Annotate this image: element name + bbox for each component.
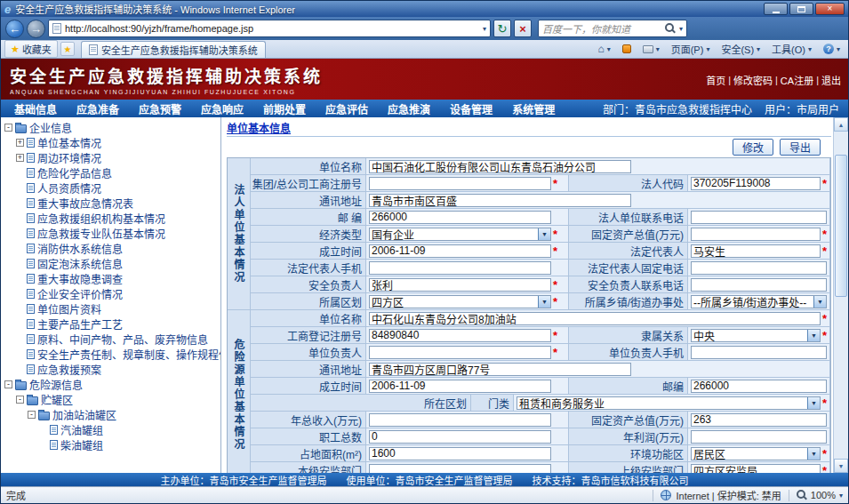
text-input[interactable]: 1600	[369, 447, 551, 460]
export-button[interactable]: 导出	[780, 139, 821, 156]
url-text[interactable]: http://localhost:90/yjzh/frame/homepage.…	[65, 23, 479, 34]
text-input[interactable]: 266000	[691, 380, 827, 393]
address-bar[interactable]: http://localhost:90/yjzh/frame/homepage.…	[48, 20, 491, 37]
tree-item[interactable]: 危险化学品信息	[3, 165, 220, 180]
text-input[interactable]	[691, 430, 827, 444]
tree-item[interactable]: 消防供水系统信息	[3, 241, 220, 256]
search-box[interactable]: 百度一下，你就知道 ▾	[538, 20, 687, 37]
tree-item[interactable]: +周边环境情况	[3, 150, 220, 165]
select-input[interactable]: 中央▼	[691, 329, 821, 342]
text-input[interactable]: 张利	[369, 278, 551, 292]
select-input[interactable]: 居民区▼	[691, 447, 821, 460]
tree-item[interactable]: 应急救援预案	[3, 362, 220, 377]
text-input[interactable]: 青岛市市南区百盛	[369, 194, 631, 207]
tree-item[interactable]: 主要产品生产工艺	[3, 316, 220, 332]
text-input[interactable]	[691, 278, 827, 292]
tree-item[interactable]: 人员资质情况	[3, 180, 220, 196]
vertical-scrollbar[interactable]: ▲ ▼	[833, 117, 848, 473]
select-input[interactable]: --所属乡镇/街道办事处--▼	[691, 295, 827, 308]
text-input[interactable]	[691, 228, 821, 241]
tree-item[interactable]: 重大事故应急情况表	[3, 196, 220, 211]
text-input[interactable]	[369, 346, 551, 359]
text-input[interactable]	[369, 261, 551, 275]
scrollbar-thumb[interactable]	[835, 155, 847, 297]
text-input[interactable]: 2006-11-09	[369, 244, 551, 258]
feeds-button[interactable]	[620, 44, 634, 54]
add-favorite-button[interactable]: ★	[60, 42, 75, 56]
tree-item[interactable]: -危险源信息	[3, 377, 220, 392]
banner-link-2[interactable]: 修改密码	[733, 73, 773, 87]
text-input[interactable]: 马安生	[691, 244, 821, 258]
browser-tab[interactable]: 安全生产应急救援指挥辅助决策系统	[81, 41, 266, 58]
modify-button[interactable]: 修改	[733, 139, 773, 156]
stop-button[interactable]: ×	[514, 20, 532, 37]
select-input[interactable]: 国有企业▼	[369, 228, 551, 241]
scrollbar-track[interactable]	[834, 132, 848, 459]
text-input[interactable]: 青岛市四方区周口路77号	[369, 363, 631, 376]
scroll-up-icon[interactable]: ▲	[834, 117, 848, 132]
nav-item-6[interactable]: 应急评估	[316, 101, 378, 116]
refresh-button[interactable]: ↻	[493, 20, 511, 37]
nav-item-3[interactable]: 应急预警	[129, 101, 191, 116]
close-button[interactable]: ×	[815, 3, 845, 15]
tree-item[interactable]: 应急救援专业队伍基本情况	[3, 226, 220, 241]
help-button[interactable]: ?▾	[821, 43, 843, 55]
collapse-icon[interactable]: -	[4, 380, 12, 388]
collapse-icon[interactable]: -	[16, 396, 24, 404]
text-input[interactable]	[691, 211, 827, 224]
menu-button-3[interactable]: 工具(O)▾	[769, 41, 814, 57]
nav-item-1[interactable]: 基础信息	[4, 101, 67, 116]
tree-item[interactable]: 原料、中间产物、产品、废弃物信息	[3, 332, 220, 347]
forward-button[interactable]: →	[27, 20, 45, 38]
tree-item[interactable]: 应急救援组织机构基本情况	[3, 211, 220, 226]
text-input[interactable]	[369, 413, 551, 427]
tree-item[interactable]: 安全生产责任制、规章制度、操作规程信息	[3, 347, 220, 362]
text-input[interactable]	[691, 261, 827, 275]
text-input[interactable]: 中石化山东青岛分公司8加油站	[369, 312, 821, 325]
expand-icon[interactable]: +	[16, 154, 24, 162]
text-input[interactable]: 263	[691, 413, 827, 427]
banner-link-1[interactable]: 首页	[706, 73, 725, 87]
collapse-icon[interactable]: -	[28, 411, 36, 419]
tree-item[interactable]: 重大事故隐患调查	[3, 271, 220, 286]
nav-item-9[interactable]: 系统管理	[502, 101, 565, 116]
nav-item-4[interactable]: 应急响应	[191, 101, 253, 116]
nav-item-8[interactable]: 设备管理	[440, 101, 502, 116]
tree-item[interactable]: 固定泡沫系统信息	[3, 256, 220, 271]
banner-link-4[interactable]: 退出	[821, 73, 841, 87]
text-input[interactable]: 中国石油化工股份有限公司山东青岛石油分公司	[369, 160, 631, 173]
banner-link-3[interactable]: CA注册	[781, 73, 813, 87]
tree-item[interactable]: +单位基本情况	[3, 135, 220, 150]
text-input[interactable]: 四方区安监局	[691, 464, 821, 474]
tree-item[interactable]: -贮罐区	[3, 392, 220, 407]
search-input[interactable]: 百度一下，你就知道	[542, 21, 661, 36]
text-input[interactable]: 370205F119008	[691, 177, 821, 190]
expand-icon[interactable]: +	[16, 139, 24, 147]
back-button[interactable]: ←	[5, 20, 24, 38]
tree-item[interactable]: 柴油罐组	[3, 437, 220, 452]
text-input[interactable]	[369, 177, 551, 190]
minimize-button[interactable]	[764, 3, 788, 15]
search-icon[interactable]	[665, 23, 676, 34]
print-button[interactable]: ▾	[640, 44, 662, 54]
search-dropdown-icon[interactable]: ▾	[679, 25, 683, 33]
menu-button-2[interactable]: 安全(S)▾	[718, 41, 763, 57]
nav-item-7[interactable]: 应急推演	[378, 101, 440, 116]
favorites-button[interactable]: ★ 收藏夹	[4, 40, 58, 58]
zoom-control[interactable]: 100% ▾	[797, 490, 843, 500]
text-input[interactable]	[691, 346, 827, 359]
home-button[interactable]: ⌂▾	[595, 43, 613, 55]
text-input[interactable]: 0	[369, 430, 551, 444]
menu-button-1[interactable]: 页面(P)▾	[669, 41, 713, 57]
tree-item[interactable]: 单位图片资料	[3, 301, 220, 316]
tree-item[interactable]: 汽油罐组	[3, 422, 220, 437]
select-input[interactable]: 租赁和商务服务业▼	[517, 396, 821, 410]
maximize-button[interactable]	[789, 3, 813, 15]
text-input[interactable]: 2006-11-09	[369, 380, 551, 393]
text-input[interactable]	[369, 464, 551, 474]
history-dropdown-icon[interactable]: ▾	[483, 25, 486, 33]
nav-item-2[interactable]: 应急准备	[67, 101, 129, 116]
select-input[interactable]: 四方区▼	[369, 295, 551, 308]
scroll-down-icon[interactable]: ▼	[834, 459, 848, 473]
nav-item-5[interactable]: 前期处置	[253, 101, 316, 116]
